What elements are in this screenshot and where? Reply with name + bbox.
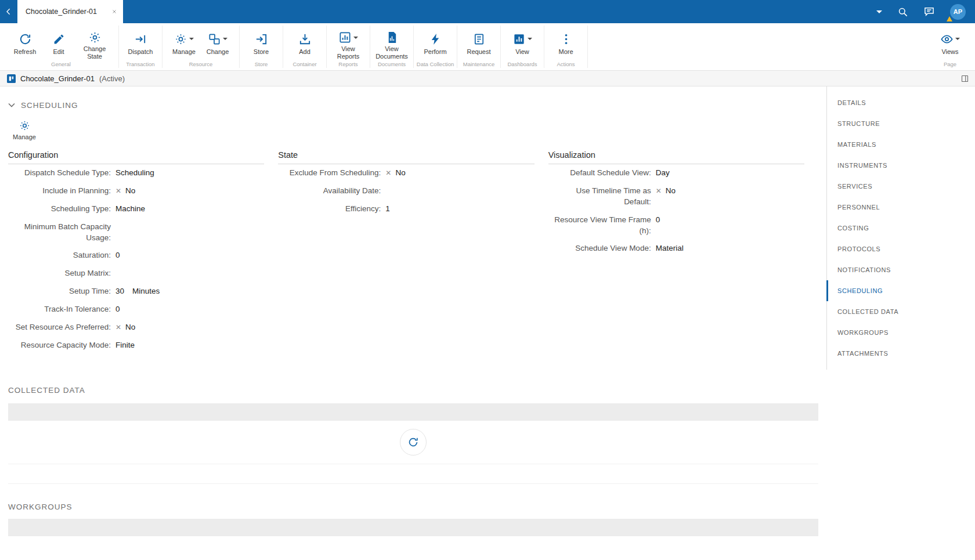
warning-badge-icon <box>947 16 952 21</box>
field-label: Dispatch Schedule Type: <box>8 168 115 179</box>
loading-spinner <box>400 429 427 456</box>
field-value-text: 0 <box>115 250 120 261</box>
row-divider <box>8 483 818 484</box>
button-label: Store <box>254 48 269 56</box>
field-row: Include in Planning:✕No <box>8 182 264 200</box>
more-button[interactable]: More <box>549 29 583 59</box>
workgroups-table-header <box>8 519 818 536</box>
view-documents-button[interactable]: View Documents <box>375 29 409 59</box>
field-label: Efficiency: <box>278 204 385 215</box>
sidebar-item-materials[interactable]: MATERIALS <box>827 134 975 155</box>
group-label: Store <box>240 61 283 67</box>
avatar-initials: AP <box>954 8 962 15</box>
tab-close-icon[interactable] <box>111 9 117 15</box>
field-unit: Minutes <box>132 286 160 297</box>
field-value-text: Material <box>656 243 684 254</box>
field-row: Set Resource As Preferred:✕No <box>8 319 264 337</box>
field-label: Saturation: <box>8 250 115 261</box>
button-label: Change State <box>75 45 114 60</box>
field-label: Schedule View Mode: <box>548 243 656 254</box>
field-value-text: Machine <box>115 204 145 215</box>
sidebar-item-costing[interactable]: COSTING <box>827 218 975 239</box>
group-label: Transaction <box>119 61 162 67</box>
edit-button[interactable]: Edit <box>42 29 75 59</box>
sidebar-item-details[interactable]: DETAILS <box>827 92 975 113</box>
add-container-button[interactable]: Add <box>288 29 322 59</box>
field-row: Resource Capacity Mode:Finite <box>8 337 264 355</box>
document-chart-icon <box>385 31 399 44</box>
collapse-chevron-icon[interactable] <box>875 10 882 13</box>
sidebar-item-instruments[interactable]: INSTRUMENTS <box>827 155 975 176</box>
sidebar-item-protocols[interactable]: PROTOCOLS <box>827 239 975 259</box>
back-arrow-icon <box>4 7 13 16</box>
field-value-text: Finite <box>115 340 135 351</box>
group-label: Dashboards <box>501 61 544 67</box>
sidebar-item-personnel[interactable]: PERSONNEL <box>827 197 975 218</box>
group-label: Container <box>283 61 326 67</box>
scheduling-manage-button[interactable]: Manage <box>8 117 41 143</box>
field-value: ✕No <box>385 168 405 179</box>
sidebar-item-scheduling[interactable]: SCHEDULING <box>827 280 975 301</box>
report-chart-icon <box>338 31 352 44</box>
open-panel-icon[interactable] <box>960 74 969 83</box>
field-row: Setup Matrix: <box>8 265 264 283</box>
field-row: Availability Date: <box>278 182 534 200</box>
dropdown-caret-icon <box>353 37 358 39</box>
field-label: Setup Matrix: <box>8 268 115 279</box>
ribbon-group-page: Views Page <box>929 26 972 68</box>
field-value-text: 0 <box>656 215 660 226</box>
view-reports-button[interactable]: View Reports <box>331 29 365 59</box>
change-button[interactable]: Change <box>201 29 234 59</box>
column-header: State <box>278 150 534 164</box>
main-area: SCHEDULING Manage Configuration Dispatch… <box>0 86 975 560</box>
refresh-spinner-icon <box>407 436 420 449</box>
button-label: Views <box>941 48 958 56</box>
column-header: Configuration <box>8 150 264 164</box>
ribbon-group-reports: View Reports Reports <box>327 26 370 68</box>
sidebar-item-attachments[interactable]: ATTACHMENTS <box>827 343 975 364</box>
sidebar-item-notifications[interactable]: NOTIFICATIONS <box>827 259 975 280</box>
field-label: Use Timeline Time as Default: <box>548 186 656 208</box>
field-value: 0 <box>115 304 120 315</box>
field-label: Setup Time: <box>8 286 115 297</box>
avatar[interactable]: AP <box>950 4 966 20</box>
field-value-text: No <box>395 168 405 179</box>
back-button[interactable] <box>0 0 17 23</box>
configuration-column: Configuration Dispatch Schedule Type:Sch… <box>8 150 278 355</box>
change-state-button[interactable]: Change State <box>75 29 114 59</box>
store-button[interactable]: Store <box>244 29 278 59</box>
false-icon: ✕ <box>115 186 121 196</box>
entity-icon <box>7 74 16 83</box>
field-row: Schedule View Mode:Material <box>548 240 804 258</box>
views-button[interactable]: Views <box>933 29 967 59</box>
messages-icon[interactable] <box>923 6 935 17</box>
state-fields: Exclude From Scheduling:✕NoAvailability … <box>278 164 534 218</box>
search-icon[interactable] <box>897 6 908 17</box>
view-dashboards-button[interactable]: View <box>505 29 539 59</box>
field-row: Default Schedule View:Day <box>548 164 804 182</box>
ribbon-group-store: Store Store <box>240 26 283 68</box>
field-value: 0 <box>115 250 120 261</box>
field-value: Material <box>656 243 684 254</box>
perform-button[interactable]: Perform <box>418 29 452 59</box>
field-row: Minimum Batch Capacity Usage: <box>8 218 264 247</box>
request-button[interactable]: Request <box>462 29 496 59</box>
sidebar-item-services[interactable]: SERVICES <box>827 176 975 197</box>
scheduling-section-header[interactable]: SCHEDULING <box>8 99 818 111</box>
sidebar-nav: DETAILSSTRUCTUREMATERIALSINSTRUMENTSSERV… <box>826 86 975 370</box>
group-label: Resource <box>162 61 239 67</box>
sidebar-item-workgroups[interactable]: WORKGROUPS <box>827 322 975 343</box>
field-value: 0 <box>656 215 660 226</box>
group-label: Documents <box>370 61 413 67</box>
ribbon-group-maintenance: Request Maintenance <box>457 26 501 68</box>
refresh-button[interactable]: Refresh <box>8 29 42 59</box>
tab-chocolate-grinder-01[interactable]: Chocolate_Grinder-01 <box>17 0 123 23</box>
sidebar-item-structure[interactable]: STRUCTURE <box>827 113 975 134</box>
collected-data-section-header[interactable]: COLLECTED DATA <box>8 385 818 396</box>
workgroups-section-header[interactable]: WORKGROUPS <box>8 501 818 513</box>
sidebar-item-collected-data[interactable]: COLLECTED DATA <box>827 301 975 322</box>
field-row: Setup Time:30Minutes <box>8 283 264 301</box>
dispatch-button[interactable]: Dispatch <box>124 29 157 59</box>
field-label: Availability Date: <box>278 186 385 197</box>
manage-button[interactable]: Manage <box>167 29 201 59</box>
